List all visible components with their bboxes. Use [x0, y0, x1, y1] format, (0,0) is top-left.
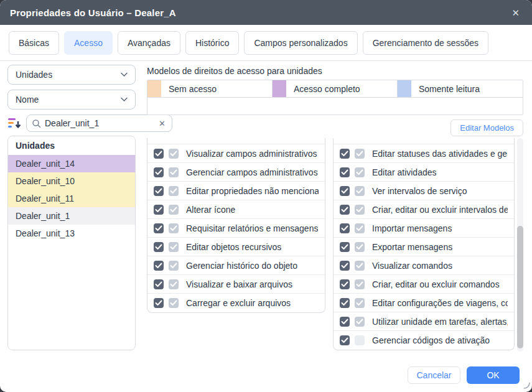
access-right-label: Editar configurações de viagens, con…	[372, 298, 508, 308]
access-checkbox[interactable]	[340, 205, 350, 215]
inherited-access-checkbox[interactable]	[355, 335, 365, 345]
access-right-row: Editar configurações de viagens, con…	[334, 294, 514, 312]
access-checkbox[interactable]	[340, 149, 350, 159]
edit-templates-button[interactable]: Editar Modelos	[450, 119, 523, 136]
ok-button[interactable]: OK	[467, 366, 520, 384]
access-right-row: Editar propriedades não mencionada…	[147, 182, 325, 200]
search-input[interactable]	[45, 118, 157, 128]
access-right-label: Alterar ícone	[186, 205, 235, 215]
access-right-row: Gerenciar campos administrativos	[147, 163, 325, 182]
access-checkbox[interactable]	[340, 167, 350, 177]
access-legend-row: Sem acesso Acesso completo Somente leitu…	[147, 80, 523, 98]
access-right-label: Visualizar comandos	[372, 261, 452, 271]
sort-order-icon[interactable]	[7, 116, 22, 130]
dialog-footer: Cancelar OK	[408, 366, 520, 384]
legend-label: Acesso completo	[286, 80, 398, 97]
access-checkbox[interactable]	[340, 279, 350, 289]
tab[interactable]: Histórico	[185, 31, 239, 55]
inherited-access-checkbox[interactable]	[355, 261, 365, 271]
tab-label: Campos personalizados	[254, 38, 347, 48]
access-checkbox[interactable]	[154, 167, 164, 177]
access-checkbox[interactable]	[154, 279, 164, 289]
item-type-select[interactable]: Unidades	[7, 65, 136, 85]
rights-rows-right: Editar statuses das atividades e gere…	[334, 144, 514, 350]
access-right-label: Carregar e excluir arquivos	[186, 298, 291, 308]
legend-label: Sem acesso	[161, 80, 273, 97]
inherited-access-checkbox[interactable]	[169, 186, 179, 196]
inherited-access-checkbox[interactable]	[169, 279, 179, 289]
inherited-access-checkbox[interactable]	[169, 149, 179, 159]
scrollbar-thumb[interactable]	[517, 226, 523, 348]
access-panel: Modelos de direitos de acesso para unida…	[147, 66, 523, 352]
sort-by-select-value: Nome	[16, 95, 39, 105]
inherited-access-checkbox[interactable]	[355, 186, 365, 196]
access-right-row: Visualizar comandos	[334, 256, 514, 275]
sidebar: Unidades Nome	[7, 65, 136, 350]
item-type-select-value: Unidades	[16, 70, 52, 80]
legend-item: Acesso completo	[273, 80, 398, 97]
inherited-access-checkbox[interactable]	[169, 167, 179, 177]
dialog-titlebar: Propriedades do Usuário – Dealer_A ✕	[0, 0, 532, 25]
inherited-access-checkbox[interactable]	[355, 167, 365, 177]
tab[interactable]: Gerenciamento de sessões	[363, 31, 488, 55]
inherited-access-checkbox[interactable]	[355, 149, 365, 159]
access-checkbox[interactable]	[340, 242, 350, 252]
templates-actions: Editar Modelos	[147, 119, 523, 136]
sort-by-select[interactable]: Nome	[7, 90, 136, 110]
access-right-label: Ver intervalos de serviço	[372, 186, 467, 196]
access-checkbox[interactable]	[154, 298, 164, 308]
user-properties-dialog: Propriedades do Usuário – Dealer_A ✕ Bás…	[0, 0, 532, 392]
access-right-row: Requisitar relatórios e mensagens	[147, 219, 325, 238]
rights-column-left: Visualizar campos administrativos G	[147, 138, 325, 313]
tab[interactable]: Avançadas	[118, 31, 180, 55]
access-checkbox[interactable]	[154, 242, 164, 252]
unit-list-item[interactable]: Dealer_unit_11	[8, 190, 135, 207]
units-list: Unidades Dealer_unit_14 Dealer_unit_10 D…	[7, 136, 136, 350]
access-checkbox[interactable]	[340, 298, 350, 308]
access-right-label: Editar statuses das atividades e gere…	[372, 149, 508, 159]
resize-handle-icon[interactable]	[523, 380, 530, 391]
scrollbar-track[interactable]	[517, 138, 523, 352]
access-right-row: Importar mensagens	[334, 219, 514, 238]
inherited-access-checkbox[interactable]	[355, 317, 365, 327]
inherited-access-checkbox[interactable]	[355, 242, 365, 252]
access-right-row: Alterar ícone	[147, 200, 325, 219]
inherited-access-checkbox[interactable]	[355, 205, 365, 215]
access-right-row: Exportar mensagens	[334, 238, 514, 256]
access-right-label: Requisitar relatórios e mensagens	[186, 223, 318, 233]
legend-color-swatch	[147, 80, 161, 97]
access-checkbox[interactable]	[340, 335, 350, 345]
access-right-label: Gerenciar códigos de ativação	[372, 335, 490, 345]
access-checkbox[interactable]	[340, 223, 350, 233]
access-checkbox[interactable]	[340, 261, 350, 271]
tab[interactable]: Acesso	[64, 31, 113, 55]
inherited-access-checkbox[interactable]	[355, 223, 365, 233]
unit-list-item[interactable]: Dealer_unit_1	[8, 207, 135, 225]
inherited-access-checkbox[interactable]	[355, 279, 365, 289]
access-checkbox[interactable]	[154, 186, 164, 196]
cancel-button[interactable]: Cancelar	[408, 366, 460, 384]
unit-list-item[interactable]: Dealer_unit_10	[8, 172, 135, 190]
access-checkbox[interactable]	[154, 223, 164, 233]
close-icon[interactable]: ✕	[509, 6, 522, 20]
unit-list-item[interactable]: Dealer_unit_14	[8, 155, 135, 172]
inherited-access-checkbox[interactable]	[169, 298, 179, 308]
inherited-access-checkbox[interactable]	[169, 205, 179, 215]
inherited-access-checkbox[interactable]	[169, 223, 179, 233]
access-checkbox[interactable]	[154, 149, 164, 159]
unit-list-item[interactable]: Dealer_unit_13	[8, 225, 135, 242]
scroll-cut-row	[334, 138, 514, 144]
inherited-access-checkbox[interactable]	[169, 242, 179, 252]
search-icon	[32, 119, 41, 128]
access-checkbox[interactable]	[340, 317, 350, 327]
inherited-access-checkbox[interactable]	[355, 298, 365, 308]
access-right-label: Criar, editar ou excluir intervalos de s…	[372, 205, 508, 215]
tab[interactable]: Básicas	[9, 31, 59, 55]
access-right-row: Gerenciar histórico do objeto	[147, 256, 325, 275]
access-checkbox[interactable]	[154, 261, 164, 271]
tab[interactable]: Campos personalizados	[244, 31, 357, 55]
legend-item: Somente leitura	[398, 80, 523, 97]
access-checkbox[interactable]	[340, 186, 350, 196]
access-checkbox[interactable]	[154, 205, 164, 215]
inherited-access-checkbox[interactable]	[169, 261, 179, 271]
